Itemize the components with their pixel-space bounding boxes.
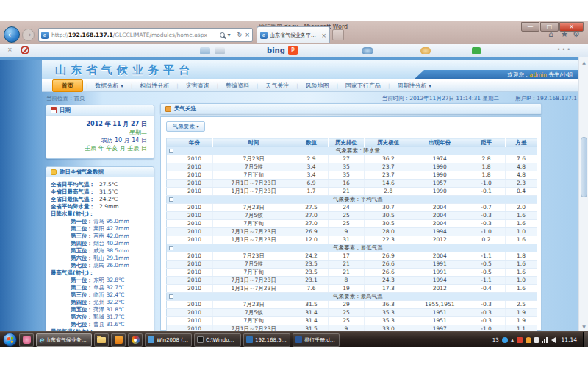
table-row[interactable]: 20107月5候27.02530.52004-0.31.6 [167,212,537,220]
forward-button[interactable]: → [22,29,35,41]
url-prefix: http:// [51,32,68,38]
blocked-icon[interactable] [21,46,29,54]
table-row[interactable]: 20107月23日31.52936.31955,1951-0.32.5 [167,301,537,309]
nav-item-1[interactable]: 数据分析 ▾ [87,80,131,91]
table-row[interactable]: 20107月23日2.92736.219742.87.6 [167,155,537,163]
mail-icon[interactable] [200,47,210,54]
explorer-button[interactable] [94,333,109,347]
print-icon[interactable] [215,47,225,54]
nav-item-3[interactable]: 灾害查询 [179,80,217,91]
table-row[interactable]: 20107月5候3.43523.719901.84.8 [167,163,537,171]
favorites-star-icon[interactable]: ★ [561,29,568,39]
tab-close-icon[interactable]: × [321,32,326,39]
table-row[interactable]: 20107月下旬27.02530.52004-0.31.6 [167,220,537,228]
table-row[interactable]: 20107月23日24.21726.92004-1.11.8 [167,252,537,261]
table-group-row[interactable]: 气象要素：平均气温 [167,196,537,204]
table-group-row[interactable]: 气象要素：最低气温 [167,244,537,252]
cell: 1994 [412,277,467,285]
pinned-app-button[interactable] [19,333,34,347]
table-row[interactable]: 20107月下旬3.43523.719901.84.8 [167,171,537,180]
ie-taskbar-button[interactable]: e 山东省气候业务平... [36,333,92,347]
table-row[interactable]: 20107月5候31.42535.31951-0.31.9 [167,309,537,317]
table-row[interactable]: 20101月1日～7月23日7.61917.32012-0.41.6 [167,285,537,293]
nav-item-7[interactable]: 国家下行产品 [338,80,388,91]
checkbox-icon[interactable] [169,197,173,202]
url-text[interactable]: http://192.168.137.1/GLCCLIMATE/modules/… [51,32,217,38]
cell: 7月1日～7月23日 [212,277,295,285]
taskbar-button-1[interactable]: C:\Windows\s... [194,333,241,347]
new-tab-button[interactable] [332,29,344,40]
nav-item-6[interactable]: 风险地图 [298,80,337,91]
table-row[interactable]: 20107月1日～7月23日6.91614.61957-1.02.3 [167,180,537,188]
checkbox-icon[interactable] [169,149,173,153]
start-button[interactable] [3,333,17,347]
checkbox-icon[interactable] [169,246,173,250]
table-row[interactable]: 20101月1日～7月23日1.7212.81990-0.10.4 [167,188,537,196]
group-checkbox-cell[interactable] [167,196,176,204]
taskbar-button-0[interactable]: Win2008 (VS2... [145,333,192,347]
table-row[interactable]: 20101月1日～7月23日12.03122.320120.21.6 [167,236,537,244]
apps-grid-icon[interactable] [472,47,481,54]
security-icon[interactable] [526,337,531,343]
scroll-down-icon[interactable]: ▼ [579,322,588,331]
welcome-username[interactable]: admin [530,71,548,78]
stop-icon[interactable]: × [245,32,250,38]
pinned-app-button-2[interactable] [111,333,126,347]
back-button[interactable]: ← [4,26,20,43]
ime-icon[interactable] [517,337,523,343]
more-icon[interactable]: ••• [557,46,572,53]
pinned-app-button-3[interactable] [128,333,143,347]
group-checkbox-cell[interactable] [167,293,176,301]
group-checkbox-cell[interactable] [167,147,176,155]
home-icon[interactable]: ⌂ [548,29,553,39]
table-row[interactable]: 20107月1日～7月23日31.5933.01997-1.01.1 [167,325,537,332]
messenger-icon[interactable] [362,47,373,54]
rank-value: 莱阳 42.7mm [93,225,129,233]
nav-item-4[interactable]: 整编资料 [218,80,257,91]
browser-tab[interactable]: e 山东省气候业务平... × [257,26,330,43]
table-row[interactable]: 20107月5候23.52126.61991-0.51.6 [167,261,537,269]
notification-count[interactable]: 13 [492,337,499,343]
nav-item-0[interactable]: 首页 [52,79,83,92]
row-cell-empty [167,188,176,196]
table-group-row[interactable]: 气象要素：降水量 [167,147,537,155]
bing-badge-icon[interactable]: P [288,46,298,55]
search-icon[interactable] [220,32,225,38]
action-center-flag-icon[interactable] [534,337,539,343]
taskbar-button-2[interactable]: 192.168.59.99... [243,333,290,347]
hidden-icons-arrow[interactable]: ▲ [511,337,514,342]
close-icon[interactable]: × [7,46,12,53]
nav-item-5[interactable]: 天气关注 [258,80,296,91]
nav-item-2[interactable]: 相似性分析 [132,80,176,91]
messenger-tray-icon[interactable] [502,337,508,343]
scrollbar-thumb[interactable] [581,137,587,197]
clock[interactable]: 11:14 [561,336,577,343]
table-row[interactable]: 20107月下旬23.52126.61991-0.51.6 [167,269,537,277]
address-bar[interactable]: e http://192.168.137.1/GLCCLIMATE/module… [38,28,253,42]
weibo-icon[interactable] [420,47,431,54]
bing-logo[interactable]: bing [267,46,285,54]
minimize-button[interactable]: — [521,22,539,32]
table-row[interactable]: 20107月23日27.52430.72004-0.72.0 [167,204,537,212]
network-icon[interactable] [542,337,548,343]
table-row[interactable]: 20107月1日～7月23日23.1824.31994-1.11.0 [167,277,537,285]
vertical-scrollbar[interactable]: ▲ ▼ [578,57,588,331]
nav-item-8[interactable]: 周期性分析 ▾ [390,80,439,91]
search-dropdown-icon[interactable]: ▾ [228,32,231,38]
show-desktop-button[interactable] [583,332,588,348]
settings-gear-icon[interactable]: ⚙ [573,29,580,39]
row-cell-empty [167,325,176,332]
table-row[interactable]: 20107月下旬31.42535.31951-0.31.9 [167,317,537,325]
scroll-up-icon[interactable]: ▲ [579,57,588,67]
element-filter-button[interactable]: 气象要素 ▾ [166,121,205,132]
table-row[interactable]: 20107月1日～7月23日26.9928.01994-1.01.0 [167,228,537,236]
cell: 2.5 [506,301,537,309]
checkbox-icon[interactable] [169,294,173,299]
group-checkbox-cell[interactable] [167,244,176,252]
table-group-row[interactable]: 气象要素：最高气温 [167,293,537,301]
volume-icon[interactable] [551,337,556,343]
refresh-icon[interactable]: ↻ [237,32,243,38]
cell: 28.0 [365,228,412,236]
taskbar-button-3[interactable]: 排行手册.docx ... [293,333,340,347]
cell: 7月1日～7月23日 [212,228,295,236]
